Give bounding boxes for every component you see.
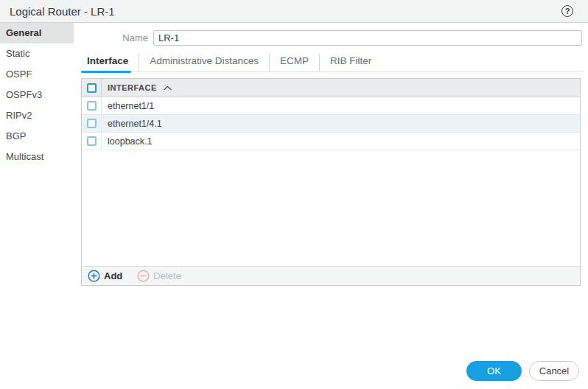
- dialog-title: Logical Router - LR-1: [10, 5, 115, 18]
- delete-icon: [137, 270, 150, 282]
- tab[interactable]: Interface: [81, 54, 139, 71]
- delete-button[interactable]: Delete: [137, 270, 181, 282]
- ok-button[interactable]: OK: [466, 361, 522, 381]
- column-header-interface[interactable]: INTERFACE: [108, 83, 157, 92]
- select-all-checkbox[interactable]: [87, 83, 97, 93]
- sidebar-item[interactable]: Static: [0, 43, 74, 64]
- sort-ascending-icon[interactable]: [164, 85, 172, 91]
- table-body: ethernet1/1 ethernet1/4.1 loopba: [82, 97, 580, 266]
- row-checkbox[interactable]: [87, 101, 97, 111]
- sidebar-item[interactable]: General: [0, 23, 74, 43]
- table-footer: Add Delete: [82, 266, 580, 285]
- sidebar: General Static OSPF OSPFv3 RIPv2 BGP Mul…: [0, 23, 74, 389]
- name-field-row: Name: [74, 29, 582, 46]
- select-all-cell: [82, 79, 102, 97]
- interface-table: INTERFACE ethernet1/1: [81, 78, 581, 286]
- row-checkbox-cell: [82, 133, 102, 150]
- sidebar-item[interactable]: RIPv2: [0, 105, 74, 126]
- table-row[interactable]: loopback.1: [82, 133, 580, 150]
- logical-router-dialog: Logical Router - LR-1 ? General Static O…: [0, 0, 588, 389]
- table-row[interactable]: ethernet1/4.1: [82, 115, 580, 133]
- content-panel: Name Interface Administrative Distances …: [74, 23, 588, 389]
- cancel-button[interactable]: Cancel: [529, 361, 579, 381]
- sidebar-item[interactable]: BGP: [0, 126, 74, 147]
- tab[interactable]: Administrative Distances: [139, 54, 269, 71]
- row-checkbox-cell: [82, 115, 102, 132]
- row-checkbox[interactable]: [87, 136, 97, 146]
- name-label: Name: [74, 32, 153, 43]
- dialog-titlebar: Logical Router - LR-1 ?: [0, 0, 588, 23]
- sidebar-item[interactable]: Multicast: [0, 147, 74, 167]
- delete-button-label: Delete: [153, 270, 181, 281]
- tab[interactable]: ECMP: [269, 54, 319, 71]
- tab[interactable]: RIB Filter: [319, 54, 382, 71]
- row-checkbox-cell: [82, 97, 102, 114]
- name-input[interactable]: [153, 30, 582, 46]
- add-icon: [88, 270, 100, 282]
- table-header-row: INTERFACE: [82, 79, 580, 97]
- interface-cell: loopback.1: [108, 136, 152, 147]
- add-button-label: Add: [104, 270, 122, 281]
- add-button[interactable]: Add: [88, 270, 122, 282]
- interface-cell: ethernet1/4.1: [108, 119, 162, 129]
- help-icon[interactable]: ?: [561, 5, 573, 17]
- sidebar-item[interactable]: OSPF: [0, 64, 74, 85]
- table-row[interactable]: ethernet1/1: [82, 97, 580, 115]
- row-checkbox[interactable]: [87, 119, 97, 128]
- interface-cell: ethernet1/1: [108, 101, 154, 111]
- tab-bar: Interface Administrative Distances ECMP …: [81, 54, 584, 72]
- sidebar-item[interactable]: OSPFv3: [0, 85, 74, 105]
